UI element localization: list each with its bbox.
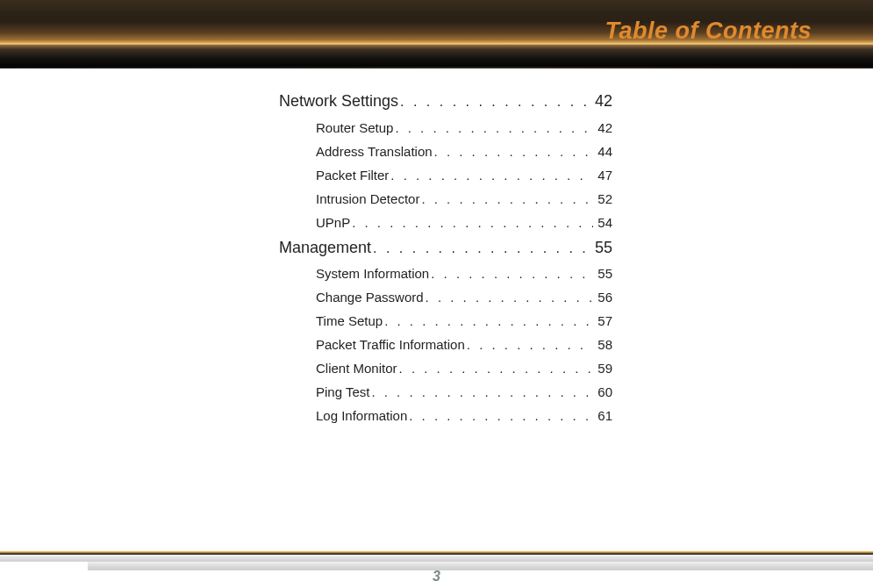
toc-sub-page: 47 xyxy=(593,168,612,183)
toc-sub-title: Log Information xyxy=(316,408,407,424)
header-band: Table of Contents xyxy=(0,0,873,68)
toc-sub-title: Time Setup xyxy=(316,313,383,329)
toc-leader: . . . . . . . . . . . . . . . . . . . . … xyxy=(433,144,593,160)
footer: 3 xyxy=(0,555,873,588)
toc-leader: . . . . . . . . . . . . . . . . . . . . … xyxy=(424,290,593,305)
toc-sub-title: Change Password xyxy=(316,290,424,305)
toc-sub-title: Router Setup xyxy=(316,120,393,136)
toc-leader: . . . . . . . . . . . . . . . . . . . . … xyxy=(465,337,593,353)
toc-leader: . . . . . . . . . . . . . . . . . . . . … xyxy=(429,266,593,282)
toc-section-row: Network Settings . . . . . . . . . . . .… xyxy=(279,92,612,111)
toc-sub-title: Client Monitor xyxy=(316,361,397,376)
header-underline xyxy=(0,67,873,68)
toc-leader: . . . . . . . . . . . . . . . . . . . . … xyxy=(407,408,593,424)
toc-sub-page: 54 xyxy=(593,215,612,231)
toc-sub-row: Change Password . . . . . . . . . . . . … xyxy=(279,290,612,305)
toc-sub-page: 58 xyxy=(593,337,612,353)
toc-sub-page: 61 xyxy=(593,408,612,424)
toc-leader: . . . . . . . . . . . . . . . . . . . . … xyxy=(419,191,593,207)
toc-leader: . . . . . . . . . . . . . . . . . . . . … xyxy=(398,93,593,110)
toc-leader: . . . . . . . . . . . . . . . . . . . . … xyxy=(397,361,593,376)
toc-section-title: Network Settings xyxy=(279,92,398,111)
toc-container: Network Settings . . . . . . . . . . . .… xyxy=(279,92,612,432)
toc-sub-title: Intrusion Detector xyxy=(316,191,419,207)
toc-sub-page: 44 xyxy=(593,144,612,160)
toc-leader: . . . . . . . . . . . . . . . . . . . . … xyxy=(350,215,593,231)
toc-sub-row: Packet Filter . . . . . . . . . . . . . … xyxy=(279,168,612,183)
toc-sub-page: 56 xyxy=(593,290,612,305)
toc-sub-title: UPnP xyxy=(316,215,350,231)
toc-sub-page: 55 xyxy=(593,266,612,282)
toc-sub-page: 42 xyxy=(593,120,612,136)
toc-section-row: Management . . . . . . . . . . . . . . .… xyxy=(279,239,612,258)
toc-sub-title: Packet Traffic Information xyxy=(316,337,465,353)
toc-sub-row: Packet Traffic Information . . . . . . .… xyxy=(279,337,612,353)
toc-sub-page: 52 xyxy=(593,191,612,207)
toc-leader: . . . . . . . . . . . . . . . . . . . . … xyxy=(393,120,593,136)
toc-section-page: 42 xyxy=(593,92,612,111)
toc-sub-row: Intrusion Detector . . . . . . . . . . .… xyxy=(279,191,612,207)
toc-leader: . . . . . . . . . . . . . . . . . . . . … xyxy=(371,240,593,256)
toc-leader: . . . . . . . . . . . . . . . . . . . . … xyxy=(389,168,593,183)
toc-sub-page: 60 xyxy=(593,384,612,400)
toc-sub-row: Router Setup . . . . . . . . . . . . . .… xyxy=(279,120,612,136)
toc-sub-row: Log Information . . . . . . . . . . . . … xyxy=(279,408,612,424)
toc-sub-row: Address Translation . . . . . . . . . . … xyxy=(279,144,612,160)
toc-sub-title: System Information xyxy=(316,266,429,282)
toc-sub-page: 59 xyxy=(593,361,612,376)
toc-sub-title: Packet Filter xyxy=(316,168,389,183)
toc-section-page: 55 xyxy=(593,239,612,258)
toc-leader: . . . . . . . . . . . . . . . . . . . . … xyxy=(383,313,593,329)
toc-sub-page: 57 xyxy=(593,313,612,329)
page-title: Table of Contents xyxy=(605,18,812,45)
toc-sub-row: System Information . . . . . . . . . . .… xyxy=(279,266,612,282)
toc-sub-row: Time Setup . . . . . . . . . . . . . . .… xyxy=(279,313,612,329)
toc-sub-row: Ping Test . . . . . . . . . . . . . . . … xyxy=(279,384,612,400)
toc-sub-row: Client Monitor . . . . . . . . . . . . .… xyxy=(279,361,612,376)
page-number: 3 xyxy=(0,569,873,584)
toc-sub-title: Address Translation xyxy=(316,144,433,160)
toc-section-title: Management xyxy=(279,239,371,258)
footer-rule xyxy=(0,551,873,562)
toc-sub-row: UPnP . . . . . . . . . . . . . . . . . .… xyxy=(279,215,612,231)
toc-leader: . . . . . . . . . . . . . . . . . . . . … xyxy=(369,384,593,400)
toc-sub-title: Ping Test xyxy=(316,384,369,400)
